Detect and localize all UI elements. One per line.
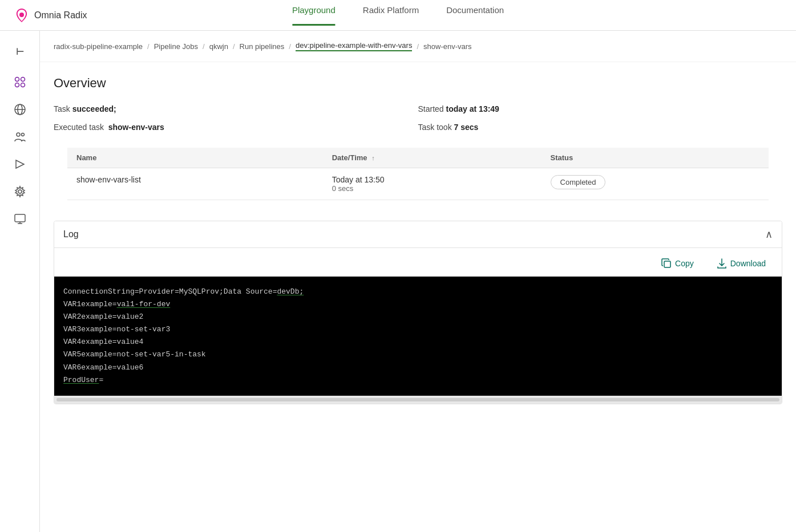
datetime-main: Today at 13:50: [332, 175, 532, 184]
svg-point-11: [18, 190, 22, 193]
log-line-1: VAR1example=val1-for-dev: [63, 298, 773, 311]
executed-row: Executed task show-env-vars: [54, 120, 418, 134]
log-line-5: VAR5example=not-set-var5-in-task: [63, 348, 773, 361]
task-status-value: succeeded;: [72, 104, 116, 113]
breadcrumb-sep-2: /: [233, 42, 235, 51]
sort-icon: ↑: [371, 155, 375, 161]
settings-icon: [14, 185, 26, 201]
started-prefix: Started: [418, 104, 444, 113]
col-datetime[interactable]: Date/Time ↑: [323, 148, 542, 168]
copy-button[interactable]: Copy: [654, 255, 701, 272]
log-collapse-button[interactable]: ∧: [765, 228, 773, 241]
sidebar-item-settings[interactable]: [9, 181, 31, 204]
main-content: radix-sub-pipeline-example / Pipeline Jo…: [40, 31, 796, 532]
nav-links: Playground Radix Platform Documentation: [292, 5, 504, 26]
logo-icon: [14, 7, 30, 23]
download-icon: [717, 258, 727, 269]
sidebar: ⊢: [0, 31, 40, 532]
task-status-prefix: Task: [54, 104, 70, 113]
breadcrumb-item-2[interactable]: qkwjn: [209, 42, 228, 51]
svg-point-1: [15, 77, 19, 81]
sidebar-item-globe[interactable]: [9, 99, 31, 122]
log-line-7: ProdUser=: [63, 374, 773, 387]
apps-icon: [14, 76, 26, 91]
row-status: Completed: [542, 168, 769, 200]
svg-point-0: [19, 13, 24, 17]
breadcrumb-sep-3: /: [289, 42, 291, 51]
top-nav: Omnia Radix Playground Radix Platform Do…: [0, 0, 796, 31]
users-icon: [14, 131, 26, 146]
log-line-4: VAR4example=value4: [63, 336, 773, 348]
sidebar-toggle[interactable]: ⊢: [9, 40, 31, 63]
svg-point-9: [21, 133, 24, 136]
log-header: Log ∧: [54, 221, 782, 248]
breadcrumb-sep-0: /: [147, 42, 149, 51]
svg-rect-12: [15, 214, 25, 222]
sidebar-item-monitor[interactable]: [9, 209, 31, 232]
started-row: Started today at 13:49: [418, 102, 783, 116]
globe-icon: [14, 103, 26, 119]
copy-icon: [661, 258, 672, 269]
breadcrumb: radix-sub-pipeline-example / Pipeline Jo…: [40, 31, 796, 62]
sidebar-toggle-icon: ⊢: [16, 46, 24, 57]
datetime-sub: 0 secs: [332, 184, 532, 193]
task-status-row: Task succeeded;: [54, 102, 418, 116]
took-row: Task took 7 secs: [418, 120, 783, 134]
overview-title: Overview: [54, 76, 782, 91]
row-datetime: Today at 13:50 0 secs: [323, 168, 542, 200]
pipelines-icon: [14, 158, 26, 173]
svg-point-8: [17, 133, 20, 136]
breadcrumb-item-1[interactable]: Pipeline Jobs: [154, 42, 198, 51]
log-line-0: ConnectionString=Provider=MySQLProv;Data…: [63, 286, 773, 298]
log-actions: Copy Download: [54, 248, 782, 277]
log-section: Log ∧ Copy Download: [54, 221, 782, 404]
row-name: show-env-vars-list: [67, 168, 323, 200]
svg-point-4: [21, 83, 25, 87]
table-row: show-env-vars-list Today at 13:50 0 secs…: [67, 168, 769, 200]
breadcrumb-item-4[interactable]: dev:pipeline-example-with-env-vars: [296, 41, 412, 51]
svg-rect-15: [664, 261, 670, 267]
app-layout: ⊢: [0, 31, 796, 532]
breadcrumb-sep-4: /: [417, 42, 419, 51]
app-name: Omnia Radix: [34, 10, 87, 21]
col-name: Name: [67, 148, 323, 168]
nav-documentation[interactable]: Documentation: [446, 5, 504, 26]
log-scrollbar[interactable]: [54, 396, 782, 404]
took-time: 7 secs: [454, 123, 479, 132]
breadcrumb-item-0[interactable]: radix-sub-pipeline-example: [54, 42, 143, 51]
scrollbar-track: [56, 398, 779, 401]
overview-grid: Task succeeded; Started today at 13:49 E…: [54, 102, 782, 134]
nav-radix-platform[interactable]: Radix Platform: [363, 5, 419, 26]
jobs-table: Name Date/Time ↑ Status show-env-vars-li…: [67, 148, 769, 200]
overview-section: Overview Task succeeded; Started today a…: [40, 62, 796, 209]
breadcrumb-item-5[interactable]: show-env-vars: [423, 42, 472, 51]
sidebar-item-pipelines[interactable]: [9, 154, 31, 177]
monitor-icon: [14, 213, 26, 228]
log-content: ConnectionString=Provider=MySQLProv;Data…: [54, 277, 782, 396]
nav-playground[interactable]: Playground: [292, 5, 336, 26]
log-line-2: VAR2example=value2: [63, 311, 773, 323]
breadcrumb-sep-1: /: [203, 42, 205, 51]
log-line-6: VAR6example=value6: [63, 362, 773, 374]
col-status: Status: [542, 148, 769, 168]
logo-area: Omnia Radix: [14, 7, 87, 23]
svg-point-3: [21, 77, 25, 81]
download-button[interactable]: Download: [710, 255, 773, 272]
breadcrumb-item-3[interactable]: Run pipelines: [240, 42, 285, 51]
took-prefix: Task took: [418, 123, 452, 132]
svg-marker-10: [16, 160, 24, 168]
table-header: Name Date/Time ↑ Status: [67, 148, 769, 168]
sidebar-item-users[interactable]: [9, 127, 31, 149]
log-line-3: VAR3example=not-set-var3: [63, 323, 773, 336]
svg-point-2: [15, 83, 19, 87]
log-title: Log: [63, 229, 79, 239]
table-body: show-env-vars-list Today at 13:50 0 secs…: [67, 168, 769, 200]
executed-prefix: Executed task: [54, 123, 104, 132]
sidebar-item-apps[interactable]: [9, 72, 31, 95]
started-time: today at 13:49: [446, 104, 499, 113]
status-badge: Completed: [551, 175, 606, 189]
executed-task: show-env-vars: [108, 123, 164, 132]
